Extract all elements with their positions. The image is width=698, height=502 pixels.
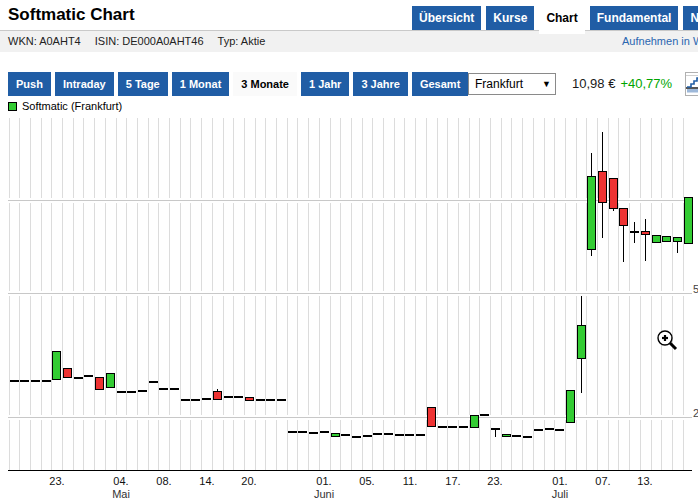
x-axis-label: 07.	[586, 475, 620, 487]
range-button-5-tage[interactable]: 5 Tage	[118, 72, 168, 96]
tab-chart[interactable]: Chart	[539, 6, 584, 34]
candle-flat-day-45	[491, 428, 500, 430]
x-axis-label: 05.	[350, 475, 384, 487]
price-chart[interactable]: 5223.04.08.14.20.01.05.11.17.23.01.07.13…	[8, 118, 698, 502]
range-button-push[interactable]: Push	[8, 72, 51, 96]
y-axis-label: 5	[693, 283, 698, 295]
range-button-intraday[interactable]: Intraday	[55, 72, 114, 96]
candle-flat-day-31	[341, 434, 350, 436]
candle-flat-day-44	[480, 414, 489, 416]
range-button-3-monate[interactable]: 3 Monate	[233, 72, 297, 96]
candle-up-day-63	[684, 197, 693, 244]
gridline-horizontal	[8, 417, 692, 418]
candle-wick-day-59	[645, 219, 646, 261]
chevron-down-icon: ▼	[542, 74, 551, 94]
candle-flat-day-2	[31, 380, 40, 382]
candle-down-day-57	[619, 208, 628, 226]
candle-flat-day-23	[256, 399, 265, 401]
candle-down-day-56	[609, 178, 618, 209]
candle-up-day-52	[566, 390, 575, 423]
x-axis-label: 13.	[628, 475, 662, 487]
candle-flat-day-36	[395, 434, 404, 436]
candle-flat-day-13	[149, 381, 158, 383]
x-axis-label: 23.	[40, 475, 74, 487]
candle-up-day-54	[587, 176, 596, 250]
candle-down-day-22	[245, 397, 254, 401]
title-bar: Softmatic Chart ÜbersichtKurseChartFunda…	[0, 0, 698, 30]
candle-flat-day-10	[117, 391, 126, 393]
candle-flat-day-42	[459, 426, 468, 428]
candle-flat-day-1	[20, 380, 29, 382]
candle-flat-day-35	[384, 433, 393, 435]
page-title: Softmatic Chart	[8, 5, 135, 25]
candle-up-day-62	[673, 237, 682, 242]
range-button-gesamt[interactable]: Gesamt	[412, 72, 468, 96]
month-label: Juli	[543, 488, 577, 500]
tab-fundamental[interactable]: Fundamental	[590, 6, 679, 30]
price-value: 10,98 €	[572, 76, 615, 91]
candle-flat-day-7	[84, 375, 93, 377]
candle-flat-day-51	[555, 429, 564, 431]
x-axis-label: 20.	[232, 475, 266, 487]
candle-up-day-30	[331, 433, 340, 437]
month-label: Juni	[307, 488, 341, 500]
tab-news[interactable]: News	[683, 6, 698, 30]
candle-flat-day-37	[405, 434, 414, 436]
price-change: +40,77%	[620, 76, 672, 91]
add-to-watchlist-link[interactable]: Aufnehmen in W	[622, 35, 698, 47]
gridline-horizontal	[8, 293, 692, 294]
x-axis-label: 14.	[190, 475, 224, 487]
candle-flat-day-3	[42, 380, 51, 382]
tab-uebersicht[interactable]: Übersicht	[412, 6, 481, 30]
candle-up-day-43	[470, 415, 479, 428]
candle-flat-day-28	[309, 432, 318, 434]
candle-up-day-53	[577, 325, 586, 359]
candle-flat-day-20	[224, 396, 233, 398]
wkn-label: WKN: A0AHT4	[8, 35, 81, 47]
range-button-1-jahr[interactable]: 1 Jahr	[301, 72, 349, 96]
page: { "header": { "title": "Softmatic Chart"…	[0, 0, 698, 502]
y-axis-label: 2	[693, 407, 698, 419]
candle-down-day-55	[598, 171, 607, 203]
candle-flat-day-41	[448, 426, 457, 428]
candle-flat-day-48	[523, 436, 532, 438]
range-button-3-jahre[interactable]: 3 Jahre	[353, 72, 408, 96]
candle-up-day-9	[106, 373, 115, 388]
candle-flat-day-26	[288, 431, 297, 433]
candle-flat-day-58	[630, 231, 639, 233]
candle-flat-day-33	[363, 435, 372, 437]
candle-up-day-60	[652, 235, 661, 243]
candle-flat-day-32	[352, 436, 361, 438]
candle-flat-day-17	[191, 399, 200, 401]
candle-flat-day-25	[277, 399, 286, 401]
candle-flat-day-49	[534, 429, 543, 431]
candle-down-day-59	[641, 231, 650, 235]
candle-up-day-46	[502, 434, 511, 437]
legend-swatch-icon	[8, 102, 17, 111]
candle-flat-day-12	[138, 390, 147, 392]
chart-legend: Softmatic (Frankfurt)	[8, 100, 122, 112]
month-label: Mai	[104, 488, 138, 500]
x-axis-label: 04.	[104, 475, 138, 487]
candle-flat-day-6	[74, 377, 83, 379]
candle-flat-day-27	[298, 431, 307, 433]
candle-down-day-39	[427, 407, 436, 427]
exchange-select-value: Frankfurt	[475, 77, 523, 91]
candle-down-day-19	[213, 391, 222, 400]
x-axis-label: 01.	[307, 475, 341, 487]
candle-flat-day-21	[234, 396, 243, 398]
exchange-select[interactable]: Frankfurt ▼	[468, 73, 556, 95]
range-button-1-monat[interactable]: 1 Monat	[172, 72, 230, 96]
range-button-group: PushIntraday5 Tage1 Monat3 Monate1 Jahr3…	[8, 72, 468, 96]
candle-up-day-61	[662, 236, 671, 242]
candle-up-day-4	[52, 351, 61, 380]
candle-flat-day-29	[320, 431, 329, 433]
tab-kurse[interactable]: Kurse	[486, 6, 534, 30]
candle-down-day-8	[95, 377, 104, 390]
x-axis-line	[8, 470, 692, 471]
chart-settings-icon[interactable]	[685, 72, 698, 96]
candle-down-day-5	[63, 368, 72, 378]
candle-flat-day-18	[202, 398, 211, 400]
candle-wick-day-45	[495, 429, 496, 437]
zoom-in-cursor-icon	[654, 327, 681, 354]
